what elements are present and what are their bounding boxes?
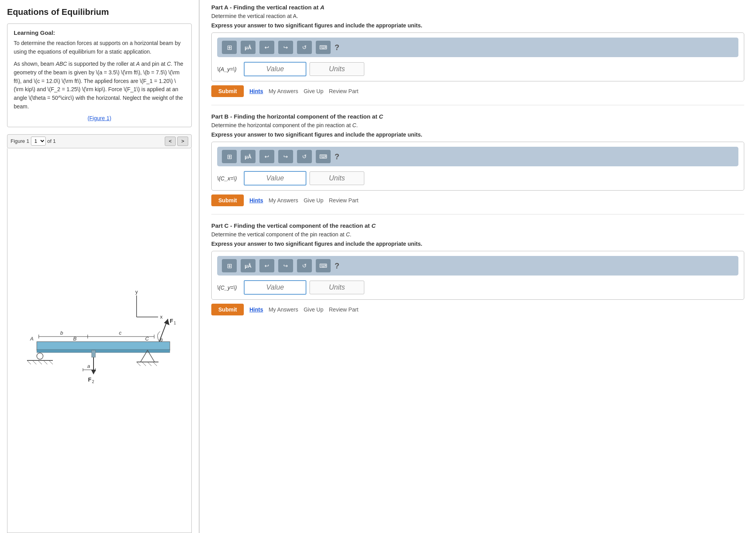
- part-a-submit-button[interactable]: Submit: [211, 85, 244, 97]
- part-b-mu-button[interactable]: μÅ: [241, 150, 256, 163]
- part-a-hints-link[interactable]: Hints: [249, 88, 263, 94]
- svg-text:θ: θ: [160, 337, 163, 343]
- svg-marker-28: [91, 370, 96, 375]
- part-c-answer-box: ⊞ μÅ ↩ ↪ ↺ ⌨ ? \(C_y=\): [211, 251, 744, 300]
- svg-text:b: b: [60, 330, 63, 336]
- part-c-mu-button[interactable]: μÅ: [241, 259, 256, 272]
- part-b-redo-button[interactable]: ↪: [278, 150, 293, 163]
- svg-point-6: [37, 353, 43, 359]
- figure-label: Figure 1: [11, 138, 29, 144]
- svg-line-10: [38, 360, 42, 364]
- part-b-hints-link[interactable]: Hints: [249, 197, 263, 203]
- figure-next-button[interactable]: >: [177, 137, 188, 146]
- part-b-submit-button[interactable]: Submit: [211, 194, 244, 206]
- part-b-input-row: \(C_x=\): [217, 171, 738, 185]
- beam-diagram: y x A B C: [15, 282, 184, 399]
- svg-line-20: [148, 362, 151, 366]
- part-c-title: Part C - Finding the vertical component …: [211, 222, 744, 229]
- part-b-help-button[interactable]: ?: [335, 152, 339, 161]
- part-b-label: \(C_x=\): [217, 175, 241, 182]
- figure-area: y x A B C: [7, 148, 192, 533]
- part-c-help-button[interactable]: ?: [335, 261, 339, 270]
- part-a-units-input[interactable]: [310, 62, 364, 76]
- svg-line-9: [32, 360, 36, 364]
- part-b-review-link[interactable]: Review Part: [329, 197, 358, 203]
- part-a-desc: Determine the vertical reaction at A.: [211, 13, 744, 19]
- learning-goal-title: Learning Goal:: [14, 29, 185, 36]
- part-b-units-input[interactable]: [310, 171, 364, 185]
- svg-text:F: F: [88, 376, 92, 383]
- svg-line-8: [27, 360, 31, 364]
- part-b-keyboard-button[interactable]: ⌨: [316, 150, 331, 163]
- part-c-redo-button[interactable]: ↪: [278, 259, 293, 272]
- svg-text:a: a: [87, 363, 90, 369]
- part-b-refresh-button[interactable]: ↺: [297, 150, 312, 163]
- part-a-redo-button[interactable]: ↪: [278, 41, 293, 54]
- part-c-label: \(C_y=\): [217, 285, 241, 291]
- figure-nav-bar: Figure 1 1 of 1 < >: [7, 134, 192, 148]
- part-b-instruction: Express your answer to two significant f…: [211, 131, 744, 138]
- part-a-give-up-link[interactable]: Give Up: [304, 88, 324, 94]
- part-b-section: Part B - Finding the horizontal componen…: [211, 113, 744, 214]
- part-b-my-answers-link[interactable]: My Answers: [268, 197, 298, 203]
- part-c-submit-row: Submit Hints My Answers Give Up Review P…: [211, 304, 744, 315]
- part-a-refresh-button[interactable]: ↺: [297, 41, 312, 54]
- part-b-value-input[interactable]: [244, 171, 306, 185]
- part-c-toolbar: ⊞ μÅ ↩ ↪ ↺ ⌨ ?: [217, 256, 738, 276]
- part-c-units-input[interactable]: [310, 281, 364, 294]
- part-a-instruction: Express your answer to two significant f…: [211, 22, 744, 29]
- part-c-section: Part C - Finding the vertical component …: [211, 222, 744, 323]
- part-c-refresh-button[interactable]: ↺: [297, 259, 312, 272]
- part-b-grid-button[interactable]: ⊞: [222, 150, 237, 163]
- part-a-mu-button[interactable]: μÅ: [241, 41, 256, 54]
- svg-rect-5: [37, 349, 170, 353]
- part-b-toolbar: ⊞ μÅ ↩ ↪ ↺ ⌨ ?: [217, 147, 738, 166]
- part-a-input-row: \(A_y=\): [217, 62, 738, 76]
- svg-text:y: y: [135, 289, 138, 295]
- part-a-grid-button[interactable]: ⊞: [222, 41, 237, 54]
- svg-rect-31: [92, 350, 95, 357]
- part-c-value-input[interactable]: [244, 280, 306, 295]
- part-c-undo-button[interactable]: ↩: [259, 259, 274, 272]
- part-c-review-link[interactable]: Review Part: [329, 306, 358, 313]
- part-a-help-button[interactable]: ?: [335, 43, 339, 52]
- part-b-undo-button[interactable]: ↩: [259, 150, 274, 163]
- learning-goal-para2: As shown, beam ABC is supported by the r…: [14, 60, 185, 111]
- part-b-give-up-link[interactable]: Give Up: [304, 197, 324, 203]
- figure-select[interactable]: 1: [31, 137, 46, 146]
- part-c-hints-link[interactable]: Hints: [249, 306, 263, 313]
- part-a-submit-row: Submit Hints My Answers Give Up Review P…: [211, 85, 744, 97]
- page-title: Equations of Equilibrium: [7, 7, 192, 17]
- part-a-review-link[interactable]: Review Part: [329, 88, 358, 94]
- part-a-value-input[interactable]: [244, 62, 306, 76]
- part-c-submit-button[interactable]: Submit: [211, 304, 244, 315]
- svg-text:2: 2: [92, 380, 94, 384]
- part-a-my-answers-link[interactable]: My Answers: [268, 88, 298, 94]
- svg-text:F: F: [170, 318, 173, 324]
- part-c-input-row: \(C_y=\): [217, 280, 738, 295]
- part-a-keyboard-button[interactable]: ⌨: [316, 41, 331, 54]
- learning-goal-para1: To determine the reaction forces at supp…: [14, 39, 185, 56]
- svg-line-11: [43, 360, 47, 364]
- part-a-toolbar: ⊞ μÅ ↩ ↪ ↺ ⌨ ?: [217, 38, 738, 57]
- part-c-grid-button[interactable]: ⊞: [222, 259, 237, 272]
- part-c-desc: Determine the vertical component of the …: [211, 231, 744, 238]
- part-c-give-up-link[interactable]: Give Up: [304, 306, 324, 313]
- part-c-instruction: Express your answer to two significant f…: [211, 241, 744, 247]
- svg-line-19: [142, 362, 146, 366]
- svg-text:x: x: [160, 314, 163, 320]
- part-c-keyboard-button[interactable]: ⌨: [316, 259, 331, 272]
- part-c-my-answers-link[interactable]: My Answers: [268, 306, 298, 313]
- svg-marker-23: [164, 319, 169, 325]
- figure-prev-button[interactable]: <: [165, 137, 176, 146]
- part-a-section: Part A - Finding the vertical reaction a…: [211, 4, 744, 105]
- part-a-undo-button[interactable]: ↩: [259, 41, 274, 54]
- part-b-submit-row: Submit Hints My Answers Give Up Review P…: [211, 194, 744, 206]
- svg-text:c: c: [119, 330, 122, 336]
- part-b-desc: Determine the horizontal component of th…: [211, 122, 744, 128]
- part-b-answer-box: ⊞ μÅ ↩ ↪ ↺ ⌨ ? \(C_x=\): [211, 142, 744, 191]
- figure-link[interactable]: (Figure 1): [14, 115, 185, 121]
- part-a-title: Part A - Finding the vertical reaction a…: [211, 4, 744, 11]
- figure-of: of 1: [47, 138, 56, 144]
- part-a-label: \(A_y=\): [217, 66, 241, 72]
